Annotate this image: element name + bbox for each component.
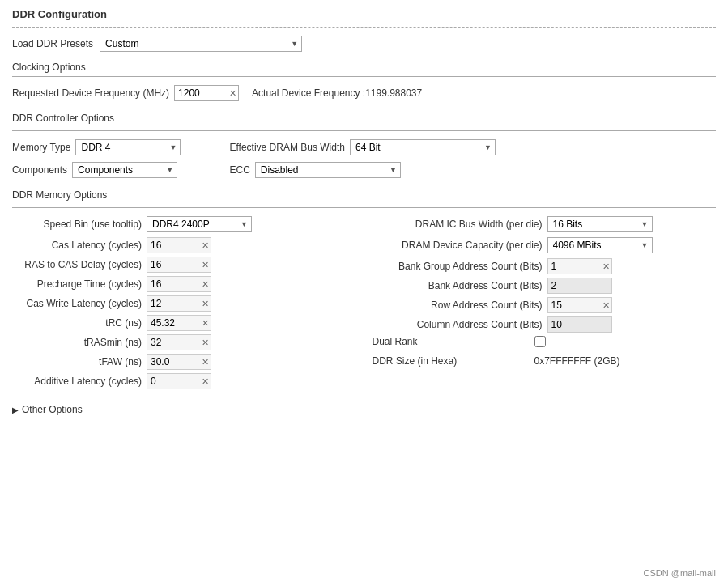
left-mem-input-wrapper: ✕ (147, 373, 211, 389)
left-mem-field-label: Cas Latency (cycles) (12, 240, 142, 251)
left-mem-field-label: tRC (ns) (12, 317, 142, 329)
dram-ic-select[interactable]: 16 Bits 8 Bits 4 Bits (547, 216, 653, 232)
right-mem-input-wrapper: ✕ (547, 258, 612, 274)
left-mem-field-row: Additive Latency (cycles)✕ (12, 373, 356, 389)
dual-rank-label: Dual Rank (373, 336, 534, 347)
components-select[interactable]: Components SODIMM UDIMM (72, 162, 177, 178)
left-mem-clear-icon[interactable]: ✕ (202, 338, 209, 348)
left-mem-clear-icon[interactable]: ✕ (202, 240, 209, 251)
left-mem-clear-icon[interactable]: ✕ (202, 357, 209, 367)
memory-section: DDR Memory Options Speed Bin (use toolti… (12, 189, 716, 393)
speed-bin-row: Speed Bin (use tooltip) DDR4 2400P DDR4 … (12, 216, 356, 232)
requested-freq-input-wrapper: ✕ (174, 85, 239, 101)
dram-device-select-wrapper: 4096 MBits 2048 MBits 8192 MBits (547, 237, 653, 253)
memory-right-col: DRAM IC Bus Width (per die) 16 Bits 8 Bi… (373, 216, 717, 393)
left-mem-clear-icon[interactable]: ✕ (202, 318, 209, 329)
page-title: DDR Configuration (12, 8, 716, 20)
speed-bin-select-wrapper: DDR4 2400P DDR4 2133P DDR4 1866M (147, 216, 252, 232)
left-mem-field-row: RAS to CAS Delay (cycles)✕ (12, 257, 356, 273)
controller-divider (12, 130, 716, 131)
components-select-wrapper: Components SODIMM UDIMM (72, 162, 177, 178)
effective-dram-select[interactable]: 64 Bit 32 Bit 16 Bit (350, 139, 496, 155)
ddr-size-label: DDR Size (in Hexa) (373, 355, 534, 367)
clocking-title: Clocking Options (12, 62, 716, 73)
presets-select[interactable]: Custom DDR4 Default DDR4 High Performanc… (100, 36, 302, 52)
other-options-row[interactable]: ▶ Other Options (12, 404, 716, 415)
memory-divider (12, 207, 716, 208)
effective-dram-row: Effective DRAM Bus Width 64 Bit 32 Bit 1… (229, 139, 496, 155)
left-mem-clear-icon[interactable]: ✕ (202, 279, 209, 290)
ddr-size-row: DDR Size (in Hexa) 0x7FFFFFFF (2GB) (373, 355, 717, 367)
left-mem-clear-icon[interactable]: ✕ (202, 299, 209, 309)
dram-ic-row: DRAM IC Bus Width (per die) 16 Bits 8 Bi… (373, 216, 717, 232)
presets-row: Load DDR Presets Custom DDR4 Default DDR… (12, 36, 716, 52)
memory-columns: Speed Bin (use tooltip) DDR4 2400P DDR4 … (12, 216, 716, 393)
ecc-label: ECC (229, 164, 249, 176)
left-mem-clear-icon[interactable]: ✕ (202, 260, 209, 270)
controller-section: DDR Controller Options Memory Type DDR 4… (12, 113, 716, 178)
controller-left: Memory Type DDR 4 DDR 3 DDR 3L Component… (12, 139, 181, 178)
left-mem-field-label: Additive Latency (cycles) (12, 376, 142, 387)
right-mem-field-label: Bank Group Address Count (Bits) (373, 261, 543, 272)
right-mem-field-row: Row Address Count (Bits)✕ (373, 297, 717, 313)
right-mem-input-wrapper (547, 316, 612, 333)
ddr-size-value: 0x7FFFFFFF (2GB) (534, 355, 620, 367)
speed-bin-select[interactable]: DDR4 2400P DDR4 2133P DDR4 1866M (147, 216, 252, 232)
requested-freq-label: Requested Device Frequency (MHz) (12, 87, 169, 99)
dual-rank-checkbox[interactable] (534, 336, 546, 347)
memory-type-select-wrapper: DDR 4 DDR 3 DDR 3L (75, 139, 181, 155)
right-memory-fields: Bank Group Address Count (Bits)✕Bank Add… (373, 258, 717, 333)
left-mem-input-wrapper: ✕ (147, 354, 211, 370)
actual-freq-value: Actual Device Frequency :1199.988037 (252, 87, 422, 99)
dram-ic-select-wrapper: 16 Bits 8 Bits 4 Bits (547, 216, 653, 232)
right-mem-clear-icon[interactable]: ✕ (602, 300, 610, 311)
left-mem-field-label: RAS to CAS Delay (cycles) (12, 259, 142, 270)
memory-type-select[interactable]: DDR 4 DDR 3 DDR 3L (75, 139, 181, 155)
dual-rank-row: Dual Rank (373, 336, 717, 347)
freq-row: Requested Device Frequency (MHz) ✕ Actua… (12, 85, 716, 101)
main-container: DDR Configuration Load DDR Presets Custo… (0, 0, 728, 586)
left-mem-clear-icon[interactable]: ✕ (202, 376, 209, 387)
right-mem-input-wrapper (547, 278, 612, 294)
left-mem-field-row: tRC (ns)✕ (12, 315, 356, 331)
right-mem-field-row: Bank Group Address Count (Bits)✕ (373, 258, 717, 274)
ecc-select[interactable]: Disabled Enabled (255, 162, 401, 178)
components-row: Components Components SODIMM UDIMM (12, 162, 181, 178)
other-options-chevron-icon: ▶ (12, 406, 19, 414)
ecc-row: ECC Disabled Enabled (229, 162, 496, 178)
right-mem-input[interactable] (547, 278, 612, 294)
right-mem-input-wrapper: ✕ (547, 297, 612, 313)
memory-type-row: Memory Type DDR 4 DDR 3 DDR 3L (12, 139, 181, 155)
dram-ic-label: DRAM IC Bus Width (per die) (373, 219, 543, 230)
effective-dram-select-wrapper: 64 Bit 32 Bit 16 Bit (350, 139, 496, 155)
left-mem-field-label: Precharge Time (cycles) (12, 278, 142, 290)
dram-device-row: DRAM Device Capacity (per die) 4096 MBit… (373, 237, 717, 253)
left-mem-field-row: Precharge Time (cycles)✕ (12, 276, 356, 292)
other-options-label: Other Options (22, 404, 83, 415)
left-mem-input-wrapper: ✕ (147, 237, 211, 253)
left-mem-field-label: tRASmin (ns) (12, 337, 142, 348)
left-mem-input-wrapper: ✕ (147, 295, 211, 312)
memory-type-label: Memory Type (12, 142, 70, 153)
clocking-section: Clocking Options Requested Device Freque… (12, 62, 716, 101)
right-mem-clear-icon[interactable]: ✕ (602, 261, 610, 272)
left-mem-field-label: Cas Write Latency (cycles) (12, 298, 142, 309)
speed-bin-label: Speed Bin (use tooltip) (12, 219, 142, 230)
requested-freq-clear-icon[interactable]: ✕ (229, 88, 236, 99)
right-mem-field-label: Row Address Count (Bits) (373, 299, 543, 311)
presets-label: Load DDR Presets (12, 38, 93, 49)
left-mem-field-row: tRASmin (ns)✕ (12, 334, 356, 350)
dram-device-select[interactable]: 4096 MBits 2048 MBits 8192 MBits (547, 237, 653, 253)
left-mem-input-wrapper: ✕ (147, 315, 211, 331)
left-mem-field-row: tFAW (ns)✕ (12, 354, 356, 370)
memory-title: DDR Memory Options (12, 189, 716, 201)
right-mem-field-label: Column Address Count (Bits) (373, 319, 543, 330)
right-mem-input[interactable] (547, 316, 612, 333)
dram-device-label: DRAM Device Capacity (per die) (373, 240, 543, 251)
left-mem-input-wrapper: ✕ (147, 334, 211, 350)
right-mem-field-row: Bank Address Count (Bits) (373, 278, 717, 294)
clocking-divider (12, 76, 716, 77)
ecc-select-wrapper: Disabled Enabled (255, 162, 401, 178)
left-mem-input-wrapper: ✕ (147, 276, 211, 292)
components-label: Components (12, 164, 67, 176)
